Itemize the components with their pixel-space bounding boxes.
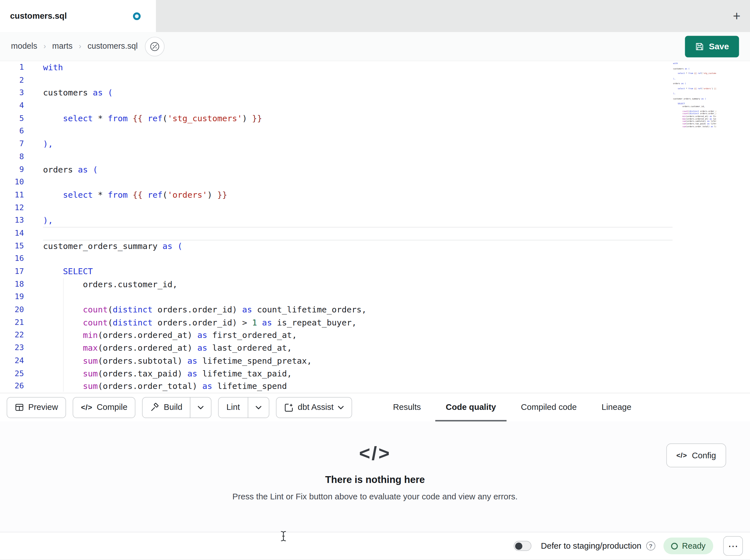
overflow-menu-button[interactable]: ⋯ <box>723 536 743 556</box>
ready-ring-icon <box>671 542 678 549</box>
code-line[interactable]: 13), <box>0 214 750 227</box>
build-button-group: Build <box>142 397 212 418</box>
code-line[interactable]: 1with <box>0 61 750 74</box>
line-number: 4 <box>0 99 24 112</box>
build-button[interactable]: Build <box>142 397 191 418</box>
compile-button[interactable]: </>Compile <box>73 397 136 418</box>
code-line[interactable]: 16 <box>0 252 750 265</box>
hammer-icon <box>150 403 159 412</box>
code-line[interactable]: 11 select * from {{ ref('orders') }} <box>0 189 750 201</box>
code-line[interactable]: 2 <box>0 74 750 87</box>
code-line[interactable]: 3customers as ( <box>0 87 750 99</box>
save-label: Save <box>709 41 729 51</box>
code-line[interactable]: 8 <box>0 150 750 163</box>
code-line[interactable]: 15customer_orders_summary as ( <box>0 240 750 252</box>
code-line[interactable]: 22 min(orders.ordered_at) as first_order… <box>0 329 750 341</box>
line-number: 19 <box>0 291 24 303</box>
code-editor[interactable]: 1with23customers as (45 select * from {{… <box>0 61 750 393</box>
preview-button[interactable]: Preview <box>7 397 66 418</box>
breadcrumb-item-customers-sql[interactable]: customers.sql <box>87 42 138 51</box>
line-number: 25 <box>0 367 24 380</box>
line-number: 7 <box>0 138 24 150</box>
tab-customers-sql[interactable]: customers.sql <box>0 0 156 32</box>
code-line[interactable]: 5 select * from {{ ref('stg_customers') … <box>0 112 750 125</box>
compile-button-group: </>Compile <box>73 397 136 418</box>
lint-dropdown-button[interactable] <box>248 397 269 418</box>
line-number: 24 <box>0 354 24 367</box>
code-line[interactable]: 24 sum(orders.subtotal) as lifetime_spen… <box>0 354 750 367</box>
lint-button-group: Lint <box>218 397 269 418</box>
breadcrumb-item-models[interactable]: models <box>11 42 37 51</box>
line-number: 1 <box>0 61 24 74</box>
code-line[interactable]: 25 sum(orders.tax_paid) as lifetime_tax_… <box>0 367 750 380</box>
compass-icon <box>149 41 160 52</box>
empty-state-subtitle: Press the Lint or Fix button above to ev… <box>233 492 518 502</box>
file-status-icon-button[interactable] <box>145 37 164 56</box>
code-line[interactable]: 10 <box>0 176 750 189</box>
defer-toggle[interactable] <box>514 541 531 551</box>
ready-status-badge: Ready <box>663 538 713 554</box>
code-icon: </> <box>81 403 93 412</box>
dbt-ide-window: customers.sql + models›marts›customers.s… <box>0 0 750 560</box>
code-line[interactable]: 20 count(distinct orders.order_id) as co… <box>0 303 750 316</box>
code-line[interactable]: 7), <box>0 138 750 150</box>
line-number: 18 <box>0 278 24 291</box>
table-icon <box>15 403 24 412</box>
line-number: 13 <box>0 214 24 227</box>
code-line[interactable]: 9orders as ( <box>0 163 750 176</box>
line-number: 9 <box>0 163 24 176</box>
line-number: 26 <box>0 380 24 393</box>
breadcrumb-item-marts[interactable]: marts <box>52 42 73 51</box>
line-number: 6 <box>0 125 24 138</box>
panel-tabs: ResultsCode qualityCompiled codeLineage <box>380 393 750 421</box>
unsaved-indicator-dot <box>133 12 141 20</box>
code-line[interactable]: 23 max(orders.ordered_at) as last_ordere… <box>0 341 750 354</box>
lint-label: Lint <box>226 402 240 412</box>
save-button[interactable]: Save <box>685 36 739 57</box>
code-line[interactable]: 14 <box>0 227 750 240</box>
save-icon <box>695 42 704 51</box>
code-icon: </> <box>676 452 687 459</box>
panel-tab-results[interactable]: Results <box>380 393 433 421</box>
editor-tab-bar: customers.sql + <box>0 0 750 32</box>
build-dropdown-button[interactable] <box>190 397 212 418</box>
dbt-assist-button[interactable]: dbt Assist <box>276 397 353 418</box>
status-bar: Defer to staging/production ? Ready ⋯ <box>0 532 750 560</box>
toggle-knob <box>515 542 522 549</box>
code-line[interactable]: 21 count(distinct orders.order_id) > 1 a… <box>0 316 750 329</box>
code-line[interactable]: 18 orders.customer_id, <box>0 278 750 291</box>
editor-minimap[interactable]: withcustomers as ( select * from {{ ref(… <box>673 62 716 127</box>
line-number: 10 <box>0 176 24 189</box>
breadcrumb: models›marts›customers.sql <box>11 42 138 51</box>
defer-toggle-label: Defer to staging/production <box>541 541 641 551</box>
line-number: 15 <box>0 240 24 252</box>
code-lines: 1with23customers as (45 select * from {{… <box>0 61 750 393</box>
file-header-row: models›marts›customers.sql Save <box>0 32 750 61</box>
breadcrumb-separator: › <box>79 42 81 50</box>
code-line[interactable]: 4 <box>0 99 750 112</box>
panel-tab-code-quality[interactable]: Code quality <box>433 393 508 421</box>
code-line[interactable]: 12 <box>0 201 750 214</box>
line-number: 2 <box>0 74 24 87</box>
line-number: 16 <box>0 252 24 265</box>
new-tab-button[interactable]: + <box>733 9 741 23</box>
line-number: 21 <box>0 316 24 329</box>
action-toolbar: Preview</>CompileBuildLintdbt Assist Res… <box>0 393 750 421</box>
config-button[interactable]: </> Config <box>666 443 726 467</box>
panel-tab-compiled-code[interactable]: Compiled code <box>508 393 589 421</box>
code-icon: </> <box>359 442 391 463</box>
code-line[interactable]: 17 SELECT <box>0 265 750 278</box>
line-number: 12 <box>0 201 24 214</box>
code-line[interactable]: 6 <box>0 125 750 138</box>
lint-button[interactable]: Lint <box>218 397 248 418</box>
code-line[interactable]: 19 <box>0 291 750 303</box>
line-number: 22 <box>0 329 24 341</box>
line-number: 20 <box>0 303 24 316</box>
toolbar-buttons: Preview</>CompileBuildLintdbt Assist <box>7 397 359 418</box>
panel-tab-lineage[interactable]: Lineage <box>589 393 644 421</box>
tab-label: customers.sql <box>10 11 67 21</box>
code-line[interactable]: 26 sum(orders.order_total) as lifetime_s… <box>0 380 750 393</box>
code-quality-panel: </> There is nothing here Press the Lint… <box>0 421 750 532</box>
help-icon[interactable]: ? <box>646 541 655 551</box>
empty-state-title: There is nothing here <box>325 474 425 485</box>
